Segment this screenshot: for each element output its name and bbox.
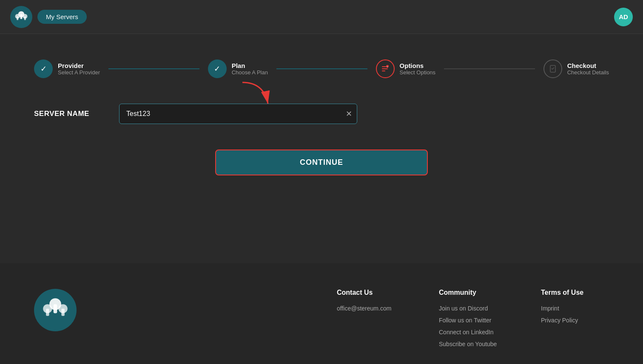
step-plan-icon: ✓ bbox=[208, 59, 227, 78]
step-line-2 bbox=[276, 68, 367, 69]
continue-button[interactable]: CONTINUE bbox=[215, 150, 428, 175]
svg-rect-18 bbox=[61, 309, 64, 316]
avatar[interactable]: AD bbox=[614, 8, 633, 26]
step-checkout: Checkout Checkout Details bbox=[543, 59, 609, 78]
arrow-indicator bbox=[238, 80, 272, 112]
step-options: ≡ Options Select Options bbox=[376, 59, 436, 78]
step-options-icon: ≡ bbox=[376, 59, 395, 78]
footer-logo-circle bbox=[34, 289, 77, 331]
footer-terms-title: Terms of Use bbox=[541, 289, 609, 296]
svg-text:≡: ≡ bbox=[387, 65, 388, 68]
footer-email[interactable]: office@stereum.com bbox=[337, 305, 405, 312]
step-provider: ✓ Provider Select A Provider bbox=[34, 59, 100, 78]
step-plan: ✓ Plan Choose A Plan bbox=[208, 59, 268, 78]
svg-rect-16 bbox=[46, 309, 49, 316]
footer: Contact Us office@stereum.com Community … bbox=[0, 263, 643, 364]
footer-imprint-link[interactable]: Imprint bbox=[541, 305, 609, 312]
svg-rect-6 bbox=[382, 66, 386, 67]
footer-columns: Contact Us office@stereum.com Community … bbox=[337, 289, 609, 353]
stepper: ✓ Provider Select A Provider ✓ Plan Choo… bbox=[34, 59, 609, 78]
step-checkout-icon bbox=[543, 59, 562, 78]
footer-logo bbox=[34, 289, 303, 353]
svg-rect-5 bbox=[24, 16, 26, 20]
footer-col-community: Community Join us on Discord Follow us o… bbox=[439, 289, 507, 353]
step-line-1 bbox=[108, 68, 199, 69]
footer-youtube-link[interactable]: Subscribe on Youtube bbox=[439, 341, 507, 347]
step-provider-subtitle: Select A Provider bbox=[58, 69, 100, 76]
step-options-title: Options bbox=[400, 62, 436, 69]
main-content: ✓ Provider Select A Provider ✓ Plan Choo… bbox=[0, 34, 643, 263]
my-servers-button[interactable]: My Servers bbox=[37, 10, 87, 24]
footer-col-contact: Contact Us office@stereum.com bbox=[337, 289, 405, 353]
footer-community-title: Community bbox=[439, 289, 507, 296]
step-options-subtitle: Select Options bbox=[400, 69, 436, 76]
footer-contact-title: Contact Us bbox=[337, 289, 405, 296]
svg-rect-7 bbox=[382, 68, 388, 69]
svg-rect-14 bbox=[54, 304, 57, 313]
footer-discord-link[interactable]: Join us on Discord bbox=[439, 305, 507, 312]
footer-privacy-link[interactable]: Privacy Policy bbox=[541, 317, 609, 324]
svg-rect-8 bbox=[382, 71, 385, 71]
step-provider-icon: ✓ bbox=[34, 59, 53, 78]
logo bbox=[10, 6, 32, 28]
svg-rect-1 bbox=[20, 14, 23, 19]
step-line-3 bbox=[444, 68, 535, 69]
step-checkout-subtitle: Checkout Details bbox=[567, 69, 609, 76]
step-plan-title: Plan bbox=[232, 62, 268, 69]
step-plan-subtitle: Choose A Plan bbox=[232, 69, 268, 76]
footer-col-terms: Terms of Use Imprint Privacy Policy bbox=[541, 289, 609, 353]
svg-rect-3 bbox=[17, 16, 18, 20]
header-left: My Servers bbox=[10, 6, 87, 28]
continue-button-wrapper: CONTINUE bbox=[34, 150, 609, 175]
clear-input-button[interactable]: ✕ bbox=[346, 110, 352, 118]
step-provider-title: Provider bbox=[58, 62, 100, 69]
footer-linkedin-link[interactable]: Connect on LinkedIn bbox=[439, 329, 507, 336]
server-name-label: SERVER NAME bbox=[34, 110, 102, 118]
step-checkout-title: Checkout bbox=[567, 62, 609, 69]
footer-top: Contact Us office@stereum.com Community … bbox=[34, 289, 609, 364]
footer-twitter-link[interactable]: Follow us on Twitter bbox=[439, 317, 507, 324]
server-name-section: SERVER NAME ✕ bbox=[34, 104, 609, 124]
header: My Servers AD bbox=[0, 0, 643, 34]
